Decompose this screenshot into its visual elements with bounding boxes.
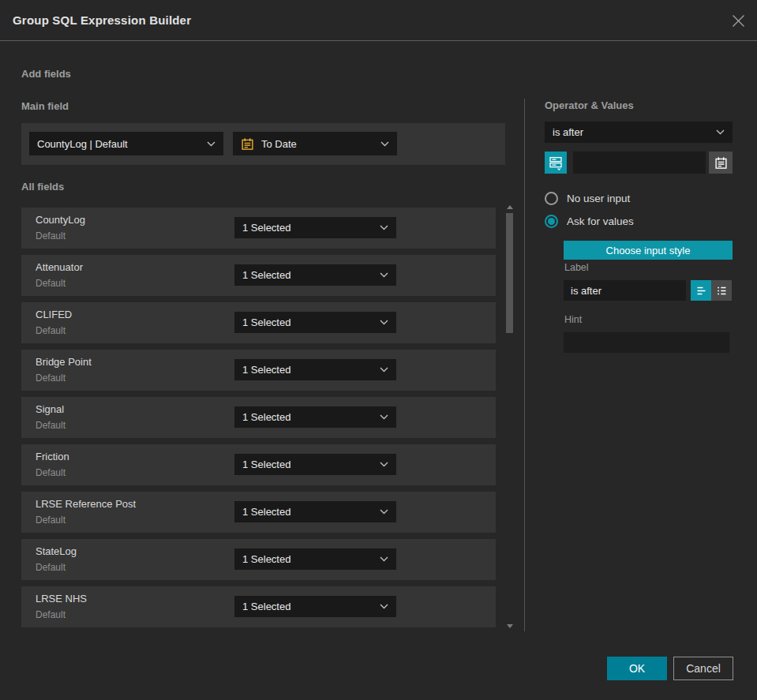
field-row: LRSE Reference Post Default 1 Selected [21, 492, 496, 533]
hint-field-label: Hint [564, 314, 582, 325]
selected-count-label: 1 Selected [242, 553, 380, 565]
selected-count-label: 1 Selected [242, 601, 380, 612]
field-selected-dropdown[interactable]: 1 Selected [234, 454, 396, 475]
all-fields-list: CountyLog Default 1 Selected Attenuator … [21, 208, 496, 634]
selected-count-label: 1 Selected [242, 506, 380, 518]
operator-dropdown[interactable]: is after [545, 122, 733, 143]
field-name: StateLog [36, 545, 77, 557]
calendar-icon [714, 156, 728, 170]
field-name: CountyLog [36, 214, 85, 226]
field-subtitle: Default [36, 467, 66, 478]
chevron-down-icon [380, 225, 388, 230]
field-row: StateLog Default 1 Selected [21, 539, 496, 580]
field-selected-dropdown[interactable]: 1 Selected [234, 548, 396, 570]
chevron-down-icon [380, 414, 388, 420]
chevron-down-icon [380, 509, 388, 515]
scrollbar-up-arrow[interactable] [507, 205, 513, 209]
ok-button[interactable]: OK [607, 657, 667, 680]
list-icon [716, 285, 728, 297]
chevron-down-icon [380, 272, 388, 278]
add-fields-heading: Add fields [21, 68, 71, 80]
titlebar: Group SQL Expression Builder [0, 0, 757, 41]
radio-circle-selected [545, 215, 558, 228]
chevron-down-icon [380, 320, 388, 325]
main-field-heading: Main field [21, 100, 69, 112]
field-name: LRSE NHS [36, 593, 87, 605]
field-selected-dropdown[interactable]: 1 Selected [234, 217, 396, 238]
scrollbar-thumb[interactable] [506, 213, 513, 333]
stacked-rows-icon [549, 155, 563, 170]
field-selected-dropdown[interactable]: 1 Selected [234, 596, 396, 617]
main-field-type-dropdown[interactable]: To Date [233, 132, 397, 155]
chevron-down-icon [380, 367, 388, 372]
field-name: LRSE Reference Post [36, 498, 136, 510]
field-selected-dropdown[interactable]: 1 Selected [234, 501, 396, 522]
selected-count-label: 1 Selected [242, 411, 380, 423]
selected-count-label: 1 Selected [242, 316, 380, 328]
selected-count-label: 1 Selected [242, 269, 380, 281]
field-selected-dropdown[interactable]: 1 Selected [234, 264, 396, 286]
cancel-button[interactable]: Cancel [673, 657, 733, 680]
field-name: Attenuator [36, 261, 83, 273]
field-subtitle: Default [36, 515, 66, 526]
operator-values-heading: Operator & Values [545, 99, 634, 111]
input-style-list-button[interactable] [711, 280, 732, 301]
field-subtitle: Default [36, 372, 66, 384]
field-row: CLIFED Default 1 Selected [21, 302, 496, 343]
selected-count-label: 1 Selected [242, 459, 380, 470]
chevron-down-icon [380, 556, 388, 562]
radio-ask-for-values[interactable]: Ask for values [545, 215, 634, 228]
field-selected-dropdown[interactable]: 1 Selected [234, 406, 396, 428]
field-row: Bridge Point Default 1 Selected [21, 350, 496, 391]
field-subtitle: Default [36, 325, 66, 336]
field-subtitle: Default [36, 230, 66, 241]
radio-no-user-input[interactable]: No user input [545, 192, 630, 205]
radio-circle [545, 192, 558, 205]
calendar-icon [241, 137, 254, 151]
value-input-row [545, 152, 733, 174]
scrollbar-down-arrow[interactable] [507, 624, 513, 628]
input-type-button[interactable] [545, 152, 567, 174]
field-name: Bridge Point [36, 356, 92, 368]
field-row: Friction Default 1 Selected [21, 444, 496, 485]
field-row: Signal Default 1 Selected [21, 397, 496, 438]
radio-label: Ask for values [567, 215, 634, 227]
field-row: LRSE NHS Default 1 Selected [21, 586, 496, 627]
selected-count-label: 1 Selected [242, 222, 380, 234]
field-subtitle: Default [36, 562, 66, 573]
value-input[interactable] [573, 152, 706, 174]
close-icon [732, 14, 745, 28]
panel-divider [524, 99, 525, 631]
selected-count-label: 1 Selected [242, 364, 380, 376]
field-row: CountyLog Default 1 Selected [21, 208, 496, 249]
label-input[interactable] [564, 280, 686, 301]
date-picker-button[interactable] [709, 152, 733, 174]
chevron-down-icon [207, 141, 215, 147]
label-field-label: Label [564, 262, 589, 273]
field-subtitle: Default [36, 278, 66, 289]
chevron-down-icon [380, 604, 388, 609]
radio-dot [548, 218, 555, 225]
field-name: CLIFED [36, 309, 72, 320]
chevron-down-icon [716, 129, 725, 135]
choose-input-style-button[interactable]: Choose input style [564, 241, 733, 260]
hint-input[interactable] [564, 332, 729, 353]
field-selected-dropdown[interactable]: 1 Selected [234, 359, 396, 380]
main-field-panel: CountyLog | Default To Date [21, 123, 505, 165]
align-left-icon [695, 285, 707, 297]
field-selected-dropdown[interactable]: 1 Selected [234, 312, 396, 333]
input-style-text-button[interactable] [691, 280, 711, 301]
field-name: Signal [36, 403, 64, 415]
field-subtitle: Default [36, 609, 66, 620]
group-sql-expression-builder-dialog: Group SQL Expression Builder Add fields … [0, 0, 757, 700]
chevron-down-icon [380, 462, 388, 467]
main-field-dropdown[interactable]: CountyLog | Default [29, 132, 223, 155]
dialog-title: Group SQL Expression Builder [13, 0, 191, 41]
chevron-down-icon [380, 141, 389, 147]
main-field-type-value: To Date [261, 138, 380, 150]
main-field-dropdown-value: CountyLog | Default [37, 138, 207, 150]
close-button[interactable] [730, 13, 746, 28]
field-name: Friction [36, 451, 69, 462]
radio-label: No user input [567, 193, 630, 204]
field-subtitle: Default [36, 420, 66, 431]
